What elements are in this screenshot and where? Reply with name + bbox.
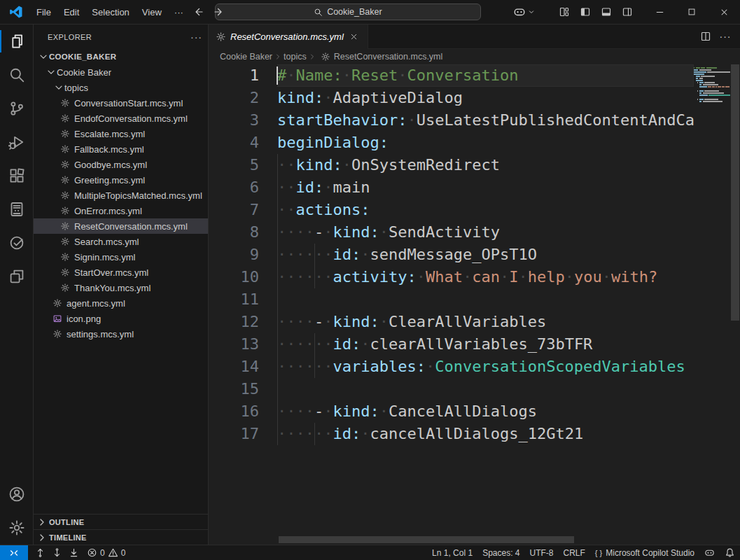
minimap-line (694, 86, 730, 88)
tree-item-multipletopicsmatched-mcs-yml[interactable]: MultipleTopicsMatched.mcs.yml (34, 188, 208, 203)
line-content[interactable]: ······id:·clearAllVariables_73bTFR (277, 333, 694, 356)
tree-item-startover-mcs-yml[interactable]: StartOver.mcs.yml (34, 265, 208, 280)
line-content[interactable]: ······id:·cancelAllDialogs_12Gt21 (277, 423, 694, 445)
tree-item-topics[interactable]: topics (34, 80, 208, 95)
line-content[interactable]: #·Name:·Reset·Conversation (277, 64, 694, 87)
nav-forward-icon[interactable] (211, 4, 228, 20)
activity-source-control-icon[interactable] (0, 92, 33, 125)
line-number: 17 (209, 423, 273, 445)
activity-settings-gear-icon[interactable] (0, 511, 33, 545)
status-ln-1-col-1[interactable]: Ln 1, Col 1 (427, 545, 477, 560)
indent-guide (277, 400, 278, 423)
line-content[interactable]: beginDialog: (277, 132, 694, 154)
code-token: OnSystemRedirect (351, 156, 500, 174)
pull-down-icon[interactable] (49, 547, 64, 559)
activity-copilot-studio-icon[interactable] (0, 192, 33, 226)
line-content[interactable]: ··kind:·OnSystemRedirect (277, 154, 694, 176)
line-number: 3 (209, 109, 273, 132)
sidebar-more-actions[interactable]: ··· (190, 31, 202, 43)
customize-layout-icon[interactable] (555, 3, 573, 21)
status-spaces-4[interactable]: Spaces: 4 (477, 545, 524, 560)
code-line-9: 9······id:·sendMessage_OPsT1O (209, 244, 694, 266)
line-content[interactable] (277, 378, 694, 400)
line-content[interactable] (277, 288, 694, 311)
activity-run-debug-icon[interactable] (0, 125, 33, 159)
status-copilot[interactable] (699, 545, 720, 560)
line-content[interactable]: kind:·AdaptiveDialog (277, 87, 694, 109)
tree-item-conversationstart-mcs-yml[interactable]: ConversationStart.mcs.yml (34, 95, 208, 111)
command-center-search[interactable]: Cookie_Baker (215, 4, 481, 20)
activity-test-check-icon[interactable] (0, 226, 33, 260)
split-editor-icon[interactable] (698, 29, 713, 44)
tab-resetconversation[interactable]: ResetConversation.mcs.yml (209, 24, 368, 49)
tree-item-agent-mcs-yml[interactable]: agent.mcs.yml (34, 295, 208, 311)
tree-root[interactable]: COOKIE_BAKER (34, 49, 208, 64)
toggle-secondary-sidebar-icon[interactable] (618, 3, 636, 21)
menu-overflow[interactable]: ··· (168, 4, 190, 20)
line-content[interactable]: ······id:·sendMessage_OPsT1O (277, 244, 694, 266)
vertical-scrollbar[interactable] (730, 64, 740, 535)
line-content[interactable]: ······activity:·What·can·I·help·you·with… (277, 266, 694, 288)
horizontal-scrollbar[interactable] (273, 536, 694, 543)
status-crlf[interactable]: CRLF (559, 545, 590, 560)
activity-account-icon[interactable] (0, 477, 33, 511)
status-utf-8[interactable]: UTF-8 (525, 545, 559, 560)
problems-indicator[interactable]: 0 0 (87, 547, 125, 558)
line-content[interactable]: ··actions: (277, 199, 694, 221)
tree-item-search-mcs-yml[interactable]: Search.mcs.yml (34, 234, 208, 249)
activity-search-icon[interactable] (0, 58, 33, 92)
tree-item-label: EndofConversation.mcs.yml (74, 113, 188, 124)
breadcrumb-item[interactable]: topics (284, 52, 307, 62)
menu-edit[interactable]: Edit (57, 4, 85, 20)
line-content[interactable]: ····-·kind:·ClearAllVariables (277, 311, 694, 333)
minimize-button[interactable] (643, 0, 676, 24)
close-button[interactable] (708, 0, 740, 24)
toggle-panel-icon[interactable] (597, 3, 615, 21)
menu-file[interactable]: File (30, 4, 57, 20)
tree-item-settings-mcs-yml[interactable]: settings.mcs.yml (34, 326, 208, 342)
tree-item-fallback-mcs-yml[interactable]: Fallback.mcs.yml (34, 141, 208, 157)
panel-timeline[interactable]: TIMELINE (34, 529, 208, 545)
tab-close-icon[interactable] (348, 31, 361, 43)
toggle-primary-sidebar-icon[interactable] (576, 3, 594, 21)
remote-indicator[interactable] (0, 545, 28, 560)
horizontal-scrollbar-thumb[interactable] (279, 536, 574, 543)
menu-view[interactable]: View (136, 4, 168, 20)
more-actions-icon[interactable]: ··· (718, 29, 733, 44)
tree-item-thankyou-mcs-yml[interactable]: ThankYou.mcs.yml (34, 280, 208, 295)
vertical-scrollbar-thumb[interactable] (731, 64, 739, 321)
status-microsoft-copilot-studio[interactable]: { }Microsoft Copilot Studio (590, 545, 699, 560)
breadcrumb-item[interactable]: ResetConversation.mcs.yml (334, 52, 443, 62)
copilot-menu-button[interactable] (506, 6, 543, 18)
line-content[interactable]: startBehavior:·UseLatestPublishedContent… (277, 109, 694, 132)
tree-item-label: Search.mcs.yml (74, 237, 139, 247)
tree-item-cookie-baker[interactable]: Cookie Baker (34, 64, 208, 80)
maximize-button[interactable] (676, 0, 708, 24)
activity-explorer-icon[interactable] (0, 24, 33, 58)
tree-item-goodbye-mcs-yml[interactable]: Goodbye.mcs.yml (34, 157, 208, 172)
menu-selection[interactable]: Selection (85, 4, 135, 20)
tree-item-endofconversation-mcs-yml[interactable]: EndofConversation.mcs.yml (34, 111, 208, 126)
indent-guide (277, 244, 278, 266)
breadcrumb-item[interactable]: Cookie Baker (220, 52, 272, 62)
download-icon[interactable] (66, 547, 81, 559)
minimap[interactable] (694, 64, 730, 535)
panel-outline[interactable]: OUTLINE (34, 514, 208, 529)
status-bell[interactable] (720, 545, 740, 560)
code-area[interactable]: 1#·Name:·Reset·Conversation2kind:·Adapti… (209, 64, 740, 545)
line-content[interactable]: ··id:·main (277, 176, 694, 199)
line-content[interactable]: ····-·kind:·CancelAllDialogs (277, 400, 694, 423)
activity-extensions-icon[interactable] (0, 159, 33, 192)
activity-window-stack-icon[interactable] (0, 260, 33, 293)
tree-item-resetconversation-mcs-yml[interactable]: ResetConversation.mcs.yml (34, 218, 208, 234)
line-content[interactable]: ····-·kind:·SendActivity (277, 221, 694, 244)
tree-item-icon-png[interactable]: icon.png (34, 311, 208, 326)
tab-label: ResetConversation.mcs.yml (230, 31, 344, 42)
line-content[interactable]: ······variables:·ConversationScopedVaria… (277, 356, 694, 378)
tree-item-greeting-mcs-yml[interactable]: Greeting.mcs.yml (34, 172, 208, 188)
tree-item-signin-mcs-yml[interactable]: Signin.mcs.yml (34, 249, 208, 265)
publish-up-icon[interactable] (32, 547, 48, 559)
tree-item-escalate-mcs-yml[interactable]: Escalate.mcs.yml (34, 126, 208, 141)
nav-back-icon[interactable] (190, 4, 207, 20)
tree-item-onerror-mcs-yml[interactable]: OnError.mcs.yml (34, 203, 208, 218)
